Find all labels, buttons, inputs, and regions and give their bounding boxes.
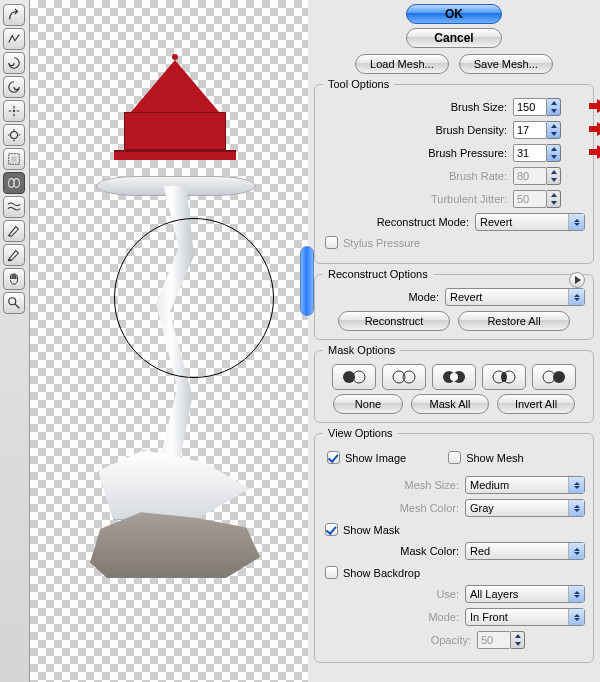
show-mask-checkbox[interactable]	[325, 523, 338, 536]
show-backdrop-checkbox[interactable]	[325, 566, 338, 579]
tool-bloat[interactable]	[3, 124, 25, 146]
tool-pucker[interactable]	[3, 100, 25, 122]
tool-twirl-ccw[interactable]	[3, 76, 25, 98]
tool-twirl-cw[interactable]	[3, 52, 25, 74]
tool-turbulence[interactable]	[3, 196, 25, 218]
turbulent-jitter-label: Turbulent Jitter:	[431, 193, 507, 205]
svg-point-6	[9, 298, 16, 305]
backdrop-opacity-label: Opacity:	[431, 634, 471, 646]
panel-resize-handle[interactable]	[300, 246, 314, 316]
load-mesh-button[interactable]: Load Mesh...	[355, 54, 449, 74]
mask-invert-button[interactable]	[532, 364, 576, 390]
tool-reconstruct[interactable]	[3, 28, 25, 50]
tool-zoom[interactable]	[3, 292, 25, 314]
mesh-size-value: Medium	[470, 479, 509, 491]
brush-cursor	[114, 218, 274, 378]
backdrop-opacity-stepper	[511, 631, 525, 649]
brush-pressure-label: Brush Pressure:	[428, 147, 507, 159]
backdrop-mode-select: In Front	[465, 608, 585, 626]
backdrop-use-select: All Layers	[465, 585, 585, 603]
callout-arrow-icon	[589, 99, 600, 113]
callout-arrow-icon	[589, 122, 600, 136]
mask-options-group: Mask Options None Mask All Invert All	[314, 344, 594, 423]
svg-point-1	[11, 132, 18, 139]
liquify-toolbar	[0, 0, 30, 682]
brush-rate-label: Brush Rate:	[449, 170, 507, 182]
callout-arrow-icon	[589, 145, 600, 159]
brush-pressure-input[interactable]: 31	[513, 144, 547, 162]
preview-canvas[interactable]	[30, 0, 308, 682]
reconstruct-mode-label: Reconstruct Mode:	[377, 216, 469, 228]
mesh-color-value: Gray	[470, 502, 494, 514]
brush-rate-input: 80	[513, 167, 547, 185]
mask-color-value: Red	[470, 545, 490, 557]
tool-options-legend: Tool Options	[323, 78, 394, 90]
recon-mode-value: Revert	[450, 291, 482, 303]
brush-size-stepper[interactable]	[547, 98, 561, 116]
mask-options-legend: Mask Options	[323, 344, 400, 356]
svg-point-18	[553, 371, 565, 383]
brush-pressure-stepper[interactable]	[547, 144, 561, 162]
svg-point-13	[450, 373, 458, 381]
mesh-color-label: Mesh Color:	[400, 502, 459, 514]
tool-push-left[interactable]	[3, 148, 25, 170]
show-mesh-checkbox[interactable]	[448, 451, 461, 464]
brush-density-input[interactable]: 17	[513, 121, 547, 139]
mesh-color-select: Gray	[465, 499, 585, 517]
reconstruct-options-legend: Reconstruct Options	[323, 268, 433, 280]
show-mask-label: Show Mask	[343, 524, 400, 536]
cancel-button[interactable]: Cancel	[406, 28, 502, 48]
stylus-pressure-label: Stylus Pressure	[343, 237, 420, 249]
mask-none-button[interactable]: None	[333, 394, 403, 414]
turbulent-jitter-stepper	[547, 190, 561, 208]
reconstruct-mode-select[interactable]: Revert	[475, 213, 585, 231]
brush-density-stepper[interactable]	[547, 121, 561, 139]
backdrop-mode-value: In Front	[470, 611, 508, 623]
invert-all-button[interactable]: Invert All	[497, 394, 575, 414]
ok-button[interactable]: OK	[406, 4, 502, 24]
reconstruct-mode-value: Revert	[480, 216, 512, 228]
tool-options-group: Tool Options Brush Size: 150 Brush Densi…	[314, 78, 594, 264]
mask-add-button[interactable]	[382, 364, 426, 390]
view-options-group: View Options Show Image Show Mesh Mesh S…	[314, 427, 594, 663]
reconstruct-options-group: Reconstruct Options Mode: Revert Reconst…	[314, 268, 594, 340]
stylus-pressure-checkbox	[325, 236, 338, 249]
reconstruct-play-button[interactable]	[569, 272, 585, 288]
mask-color-label: Mask Color:	[400, 545, 459, 557]
brush-density-label: Brush Density:	[435, 124, 507, 136]
mesh-size-label: Mesh Size:	[405, 479, 459, 491]
save-mesh-button[interactable]: Save Mesh...	[459, 54, 553, 74]
tool-freeze-mask[interactable]	[3, 220, 25, 242]
tool-thaw-mask[interactable]	[3, 244, 25, 266]
mask-subtract-button[interactable]	[432, 364, 476, 390]
show-image-label: Show Image	[345, 452, 406, 464]
mask-intersect-button[interactable]	[482, 364, 526, 390]
brush-rate-stepper	[547, 167, 561, 185]
recon-mode-select[interactable]: Revert	[445, 288, 585, 306]
mesh-size-select: Medium	[465, 476, 585, 494]
brush-size-input[interactable]: 150	[513, 98, 547, 116]
tool-forward-warp[interactable]	[3, 4, 25, 26]
backdrop-use-value: All Layers	[470, 588, 518, 600]
backdrop-mode-label: Mode:	[428, 611, 459, 623]
tool-mirror[interactable]	[3, 172, 25, 194]
show-image-checkbox[interactable]	[327, 451, 340, 464]
tool-hand[interactable]	[3, 268, 25, 290]
turbulent-jitter-input: 50	[513, 190, 547, 208]
view-options-legend: View Options	[323, 427, 398, 439]
show-backdrop-label: Show Backdrop	[343, 567, 420, 579]
reconstruct-button[interactable]: Reconstruct	[338, 311, 450, 331]
svg-rect-5	[8, 259, 12, 261]
mask-color-select[interactable]: Red	[465, 542, 585, 560]
restore-all-button[interactable]: Restore All	[458, 311, 570, 331]
backdrop-opacity-input: 50	[477, 631, 511, 649]
mask-all-button[interactable]: Mask All	[411, 394, 489, 414]
mask-replace-button[interactable]	[332, 364, 376, 390]
show-mesh-label: Show Mesh	[466, 452, 523, 464]
svg-point-16	[501, 372, 507, 382]
recon-mode-label: Mode:	[408, 291, 439, 303]
backdrop-use-label: Use:	[436, 588, 459, 600]
brush-size-label: Brush Size:	[451, 101, 507, 113]
options-panel: OK Cancel Load Mesh... Save Mesh... Tool…	[308, 0, 600, 682]
svg-point-0	[13, 110, 15, 112]
